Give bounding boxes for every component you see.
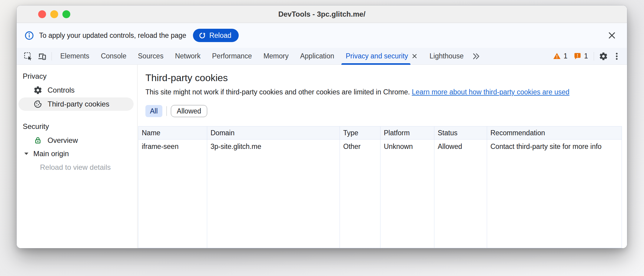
expand-arrow-icon	[23, 151, 29, 157]
tab-close-button[interactable]	[411, 53, 418, 60]
column-header-name[interactable]: Name	[138, 126, 207, 140]
more-tabs-button[interactable]	[470, 50, 483, 63]
toolbar-divider	[594, 52, 594, 61]
reload-button-label: Reload	[209, 31, 231, 40]
infobar: To apply your updated controls, reload t…	[17, 23, 627, 48]
column-header-recommendation[interactable]: Recommendation	[487, 126, 622, 140]
column-header-status[interactable]: Status	[434, 126, 487, 140]
panel-content: Privacy Controls Third-party cookies	[17, 65, 627, 248]
tab-label: Performance	[212, 52, 252, 60]
tab-label: Privacy and security	[346, 52, 408, 60]
column-header-domain[interactable]: Domain	[207, 126, 340, 140]
gear-icon	[33, 86, 42, 95]
tab-label: Sources	[138, 52, 163, 60]
sidebar-item-label: Controls	[48, 86, 75, 94]
reload-icon	[198, 31, 206, 40]
info-icon	[25, 31, 34, 40]
third-party-cookies-panel: Third-party cookies This site might not …	[138, 65, 627, 248]
gear-icon	[599, 52, 608, 61]
sidebar-item-label: Overview	[48, 136, 78, 145]
tab-sources[interactable]: Sources	[132, 48, 169, 65]
table-cell-name[interactable]: iframe-seen	[138, 140, 207, 248]
warning-icon	[553, 52, 561, 60]
lock-icon	[33, 136, 42, 145]
tab-privacy-and-security[interactable]: Privacy and security	[340, 48, 424, 65]
page-title: Third-party cookies	[145, 72, 619, 84]
tab-performance[interactable]: Performance	[206, 48, 258, 65]
column-header-type[interactable]: Type	[340, 126, 380, 140]
device-toolbar-icon	[37, 51, 47, 61]
page-description: This site might not work if third-party …	[145, 88, 619, 96]
tab-label: Elements	[60, 52, 89, 60]
learn-more-link[interactable]: Learn more about how third-party cookies…	[412, 88, 569, 96]
close-icon	[411, 53, 418, 60]
sidebar-item-third-party-cookies[interactable]: Third-party cookies	[18, 97, 134, 111]
reload-button[interactable]: Reload	[193, 29, 239, 42]
close-icon	[607, 31, 616, 40]
devtools-toolbar: Elements Console Sources Network Perform…	[17, 48, 627, 65]
table-cell-domain[interactable]: 3p-site.glitch.me	[207, 140, 340, 248]
section-heading-privacy: Privacy	[17, 72, 137, 80]
tab-application[interactable]: Application	[294, 48, 340, 65]
warning-count: 1	[563, 52, 567, 60]
tab-memory[interactable]: Memory	[258, 48, 294, 65]
tab-label: Console	[101, 52, 126, 60]
tab-label: Network	[175, 52, 201, 60]
tab-label: Application	[300, 52, 334, 60]
tab-network[interactable]: Network	[169, 48, 206, 65]
tab-elements[interactable]: Elements	[55, 48, 95, 65]
section-heading-security: Security	[17, 122, 137, 131]
window-title: DevTools - 3pc.glitch.me/	[17, 5, 627, 23]
description-text: This site might not work if third-party …	[145, 88, 410, 96]
toolbar-divider	[51, 52, 52, 61]
tab-lighthouse[interactable]: Lighthouse	[424, 48, 470, 65]
sidebar-item-label: Main origin	[33, 150, 69, 158]
inspect-element-button[interactable]	[21, 49, 35, 63]
filter-chip-allowed[interactable]: Allowed	[171, 105, 207, 117]
cookies-table: Name Domain Type Platform Status Recomme…	[138, 126, 622, 248]
filter-chip-all[interactable]: All	[145, 105, 162, 117]
issues-badge[interactable]: 1	[573, 52, 588, 60]
issues-icon	[573, 52, 582, 60]
kebab-icon	[612, 52, 621, 61]
sidebar-item-overview[interactable]: Overview	[17, 134, 137, 147]
infobar-message: To apply your updated controls, reload t…	[39, 31, 186, 40]
device-toolbar-button[interactable]	[35, 49, 49, 63]
filter-bar: All Allowed	[145, 105, 619, 117]
column-header-platform[interactable]: Platform	[380, 126, 434, 140]
tab-console[interactable]: Console	[95, 48, 132, 65]
devtools-window: DevTools - 3pc.glitch.me/ To apply your …	[17, 5, 627, 248]
privacy-sidebar: Privacy Controls Third-party cookies	[17, 65, 138, 248]
double-chevron-icon	[472, 52, 480, 61]
sidebar-item-controls[interactable]: Controls	[17, 84, 137, 97]
table-cell-status[interactable]: Allowed	[434, 140, 487, 248]
table-cell-type[interactable]: Other	[340, 140, 380, 248]
cookie-icon	[33, 100, 42, 109]
sidebar-item-main-origin[interactable]: Main origin	[17, 147, 137, 160]
tab-label: Lighthouse	[430, 52, 464, 60]
inspect-icon	[23, 51, 33, 61]
chip-divider	[166, 106, 167, 116]
table-cell-recommendation[interactable]: Contact third-party site for more info	[487, 140, 622, 248]
menu-button[interactable]	[610, 50, 623, 63]
titlebar: DevTools - 3pc.glitch.me/	[17, 5, 627, 23]
warnings-badge[interactable]: 1	[553, 52, 567, 60]
tab-label: Memory	[264, 52, 289, 60]
issue-count: 1	[584, 52, 588, 60]
settings-button[interactable]	[597, 50, 610, 63]
sidebar-note-reload: Reload to view details	[17, 160, 137, 174]
sidebar-item-label: Third-party cookies	[48, 100, 109, 108]
table-cell-platform[interactable]: Unknown	[380, 140, 434, 248]
infobar-close-button[interactable]	[605, 29, 619, 42]
